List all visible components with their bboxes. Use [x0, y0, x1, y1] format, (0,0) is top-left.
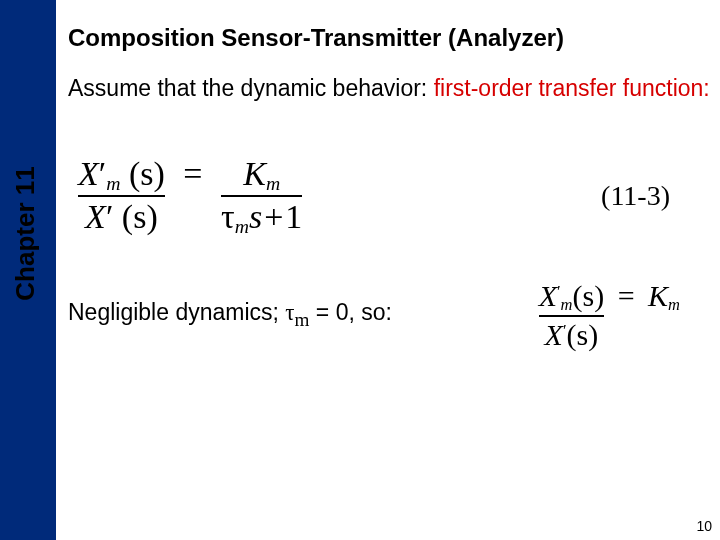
intro-pre: Assume that the dynamic behavior:: [68, 75, 434, 101]
page-title: Composition Sensor-Transmitter (Analyzer…: [68, 24, 710, 52]
negligible-text: Negligible dynamics; τm = 0, so:: [68, 299, 392, 331]
equation-1-row: X′m (s) X′ (s) = Km τms+1 (11-3): [68, 121, 710, 271]
negligible-row: Negligible dynamics; τm = 0, so: X′m(s) …: [68, 279, 710, 351]
intro-highlight: first-order transfer function:: [434, 75, 710, 101]
equation-1-number: (11-3): [601, 180, 670, 212]
page-number: 10: [696, 518, 712, 534]
intro-text: Assume that the dynamic behavior: first-…: [68, 74, 710, 103]
chapter-label: Chapter 11: [10, 149, 41, 319]
content: Composition Sensor-Transmitter (Analyzer…: [68, 24, 710, 351]
equation-2: X′m(s) X′(s) = Km: [539, 279, 680, 351]
equation-1: X′m (s) X′ (s) = Km τms+1: [78, 155, 302, 237]
